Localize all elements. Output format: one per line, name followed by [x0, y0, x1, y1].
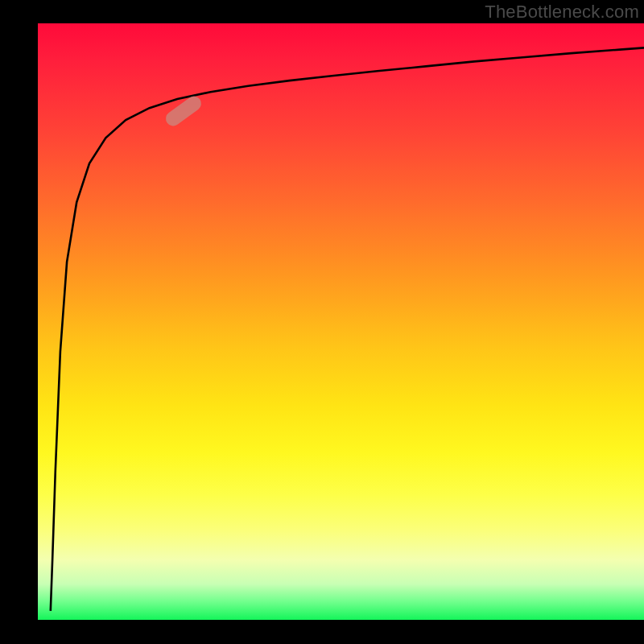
chart-root: TheBottleneck.com — [0, 0, 644, 644]
bottleneck-curve — [38, 23, 644, 620]
curve-path — [51, 47, 644, 611]
watermark-text: TheBottleneck.com — [485, 2, 639, 23]
plot-area — [38, 23, 644, 620]
